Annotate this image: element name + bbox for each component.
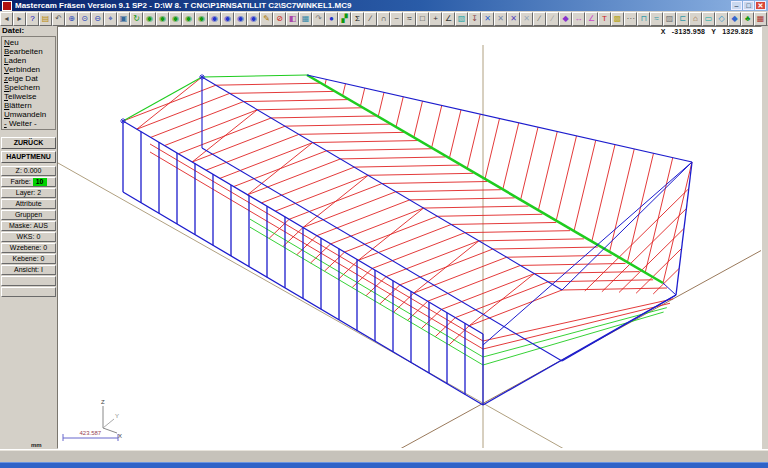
line-horizontal-icon[interactable]: ∕ [533,12,546,26]
gview-front-icon[interactable]: ◉ [169,12,182,26]
repaint-icon[interactable]: ▣ [117,12,130,26]
zoom-in-icon[interactable]: ⊙ [78,12,91,26]
delete-entity-icon[interactable]: ✕ [507,12,520,26]
surface-solid-icon[interactable]: ◆ [728,12,741,26]
zoom-out-icon[interactable]: ⊖ [91,12,104,26]
undelete-icon[interactable]: ✕ [520,12,533,26]
taskbar-edge [0,462,768,468]
note-text-icon[interactable]: T [598,12,611,26]
menu-item-umwandeln[interactable]: Umwandeln [2,110,55,119]
status-z[interactable]: Z:0.000 [1,166,56,176]
menu-item-weiter[interactable]: - Weiter - [2,119,55,128]
status-attribute[interactable]: Attribute [1,199,56,209]
dim-angular-icon[interactable]: ∠ [585,12,598,26]
file-menu: NeuBearbeitenLadenVerbindenzeige DatSpei… [1,36,56,130]
maximize-button[interactable]: □ [743,1,754,10]
status-layer[interactable]: Layer:2 [1,188,56,198]
menu-item-blättern[interactable]: Blättern [2,101,55,110]
menu-header: Datei: [0,26,57,36]
drill-icon[interactable]: ↧ [468,12,481,26]
app-icon [2,1,12,11]
create-rect-icon[interactable]: □ [416,12,429,26]
svg-text:Z: Z [101,399,105,405]
dim-linear-icon[interactable]: ↔ [572,12,585,26]
viewport-icon[interactable]: ▭ [702,12,715,26]
menu-item-bearbeiten[interactable]: Bearbeiten [2,47,55,56]
status-farbe[interactable]: Farbe:10 [1,177,56,187]
surface-trim-icon[interactable]: ⊏ [676,12,689,26]
status-gruppen[interactable]: Gruppen [1,210,56,220]
status-panel: Z:0.000Farbe:10Layer:2AttributeGruppenMa… [0,166,57,297]
sketch-pencil-icon[interactable]: ✎ [260,12,273,26]
cplane-3d-icon[interactable]: ◉ [247,12,260,26]
status-maske[interactable]: Maske:AUS [1,221,56,231]
gview-side-icon[interactable]: ◉ [182,12,195,26]
undo-icon[interactable]: ↶ [52,12,65,26]
create-chamfer-icon[interactable]: ∠ [442,12,455,26]
analyze-icon[interactable]: Σ [351,12,364,26]
mastercam-window: Mastercam Fräsen Version 9.1 SP2 - D:\W … [0,0,768,468]
status-empty [1,276,56,286]
help-icon[interactable]: ? [26,12,39,26]
svg-text:423.587: 423.587 [80,430,102,436]
xform-icon[interactable]: ◆ [559,12,572,26]
gview-wireframe-icon[interactable]: ◉ [143,12,156,26]
create-arc-icon[interactable]: ∩ [377,12,390,26]
menu-item-zeige-dat[interactable]: zeige Dat [2,74,55,83]
nav-prev-icon[interactable]: ◂ [0,12,13,26]
create-surface-icon[interactable]: ▧ [455,12,468,26]
screen-blank-icon[interactable]: ◧ [286,12,299,26]
menu-item-speichern[interactable]: Speichern [2,83,55,92]
result-icon[interactable]: ▞ [338,12,351,26]
close-button[interactable]: ✕ [755,1,766,10]
sidebar: Datei: NeuBearbeitenLadenVerbindenzeige … [0,26,57,449]
create-fillet-icon[interactable]: ~ [390,12,403,26]
menu-item-laden[interactable]: Laden [2,56,55,65]
create-spline-icon[interactable]: ≈ [403,12,416,26]
notes-icon[interactable]: ▤ [39,12,52,26]
line-vertical-icon[interactable]: ∕ [546,12,559,26]
status-wks[interactable]: WKS:0 [1,232,56,242]
create-line-icon[interactable]: ∕ [364,12,377,26]
cplane-side-icon[interactable]: ◉ [234,12,247,26]
operations-tree-icon[interactable]: ♣ [741,12,754,26]
status-empty [1,287,56,297]
svg-text:X: X [118,433,122,439]
status-kebene[interactable]: Kebene:0 [1,254,56,264]
shade-icon[interactable]: ▨ [663,12,676,26]
minimize-button[interactable]: – [731,1,742,10]
create-point-icon[interactable]: + [429,12,442,26]
main-menu-button[interactable]: HAUPTMENU [1,151,56,163]
back-button[interactable]: ZURÜCK [1,137,56,149]
toolpath-dots-icon[interactable]: ⋯ [624,12,637,26]
graphics-area[interactable]: X -3135.958 Y 1329.828 423.587ZYX [57,26,762,449]
home-view-icon[interactable]: ⌂ [689,12,702,26]
surface-flowline-icon[interactable]: ≈ [650,12,663,26]
delete-icon[interactable]: ⊘ [273,12,286,26]
nav-next-icon[interactable]: ▸ [13,12,26,26]
toolbox-icon[interactable]: ▦ [754,12,767,26]
zoom-window-icon[interactable]: ⊕ [65,12,78,26]
screen-grid-icon[interactable]: ▦ [299,12,312,26]
zoom-target-icon[interactable]: ⌖ [104,12,117,26]
dynamic-rotate-icon[interactable]: ↻ [130,12,143,26]
menu-item-teilweise[interactable]: Teilweise [2,92,55,101]
status-ansicht[interactable]: Ansicht:I [1,265,56,275]
curve-icon[interactable]: ↷ [312,12,325,26]
menu-item-verbinden[interactable]: Verbinden [2,65,55,74]
sphere-icon[interactable]: ● [325,12,338,26]
status-wzebene[interactable]: Wzebene:0 [1,243,56,253]
window-title: Mastercam Fräsen Version 9.1 SP2 - D:\W … [15,0,731,11]
trim-icon[interactable]: ✕ [481,12,494,26]
menu-item-neu[interactable]: Neu [2,38,55,47]
break-icon[interactable]: ✕ [494,12,507,26]
gview-top-icon[interactable]: ◉ [156,12,169,26]
surface-loft-icon[interactable]: ⊓ [637,12,650,26]
surface-blend-icon[interactable]: ◇ [715,12,728,26]
toolbar: ◂▸?▤↶⊕⊙⊖⌖▣↻◉◉◉◉◉◉◉◉◉✎⊘◧▦↷●▞Σ∕∩~≈□+∠▧↧✕✕✕… [0,11,768,26]
cplane-top-icon[interactable]: ◉ [208,12,221,26]
title-bar[interactable]: Mastercam Fräsen Version 9.1 SP2 - D:\W … [0,0,768,11]
cplane-front-icon[interactable]: ◉ [221,12,234,26]
gview-iso-icon[interactable]: ◉ [195,12,208,26]
hatch-icon[interactable]: ▩ [611,12,624,26]
